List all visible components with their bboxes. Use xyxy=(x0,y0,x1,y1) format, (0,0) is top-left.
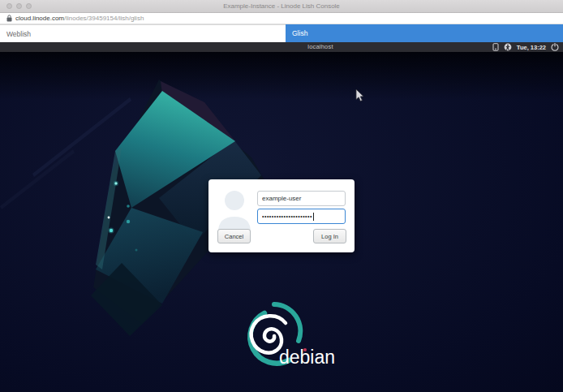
gnome-top-bar: localhost Tue, 13:22 xyxy=(0,42,563,52)
text-caret xyxy=(313,213,314,221)
clock-label[interactable]: Tue, 13:22 xyxy=(517,44,546,51)
accessibility-icon[interactable] xyxy=(504,43,512,51)
hostname-label: localhost xyxy=(78,42,563,52)
user-avatar xyxy=(216,187,253,233)
tab-weblish[interactable]: Weblish xyxy=(0,24,286,42)
close-window-button[interactable] xyxy=(6,3,12,9)
cancel-button[interactable]: Cancel xyxy=(217,229,251,243)
browser-window: Example-Instance - Linode Lish Console c… xyxy=(0,0,563,392)
debian-wordmark-red-dot xyxy=(303,348,307,351)
power-icon[interactable] xyxy=(551,43,559,51)
lock-icon xyxy=(6,15,12,22)
url-domain: cloud.linode.com xyxy=(15,15,64,22)
status-indicators: Tue, 13:22 xyxy=(492,42,559,52)
lish-tab-bar: Weblish Glish xyxy=(0,24,563,42)
traffic-lights xyxy=(6,3,32,9)
display-icon[interactable] xyxy=(492,43,499,51)
url-path: /linodes/39459154/lish/glish xyxy=(64,15,144,22)
login-dialog: ••••••••••••••••••••• Cancel Log In xyxy=(208,179,355,252)
window-titlebar: Example-Instance - Linode Lish Console xyxy=(0,0,563,13)
username-input[interactable] xyxy=(257,191,346,206)
password-input[interactable]: ••••••••••••••••••••• xyxy=(257,209,346,224)
zoom-window-button[interactable] xyxy=(26,3,32,9)
password-masked-text: ••••••••••••••••••••• xyxy=(262,213,312,219)
debian-emblem: debian xyxy=(235,302,337,379)
login-button[interactable]: Log In xyxy=(313,229,346,243)
address-bar[interactable]: cloud.linode.com/linodes/39459154/lish/g… xyxy=(0,13,563,24)
window-title: Example-Instance - Linode Lish Console xyxy=(0,0,563,12)
tab-glish[interactable]: Glish xyxy=(286,24,563,42)
minimize-window-button[interactable] xyxy=(16,3,22,9)
mouse-cursor xyxy=(355,89,365,103)
debian-wordmark: debian xyxy=(279,347,335,368)
desktop: ••••••••••••••••••••• Cancel Log In debi… xyxy=(0,52,563,392)
